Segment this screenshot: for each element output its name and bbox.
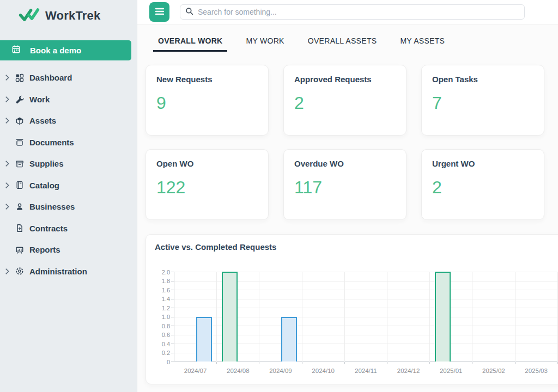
tab-my-work[interactable]: MY WORK xyxy=(241,33,289,52)
sidebar-item-catalog[interactable]: Catalog xyxy=(0,175,137,197)
sidebar-item-dashboard[interactable]: Dashboard xyxy=(0,67,137,89)
bar-active-2024/09 xyxy=(281,317,297,362)
stat-card-open-wo[interactable]: Open WO122 xyxy=(145,149,269,220)
chart-card: Active vs. Completed Requests 2.01.81.61… xyxy=(145,234,558,384)
chevron-right-icon xyxy=(5,161,15,167)
stat-card-title: Urgent WO xyxy=(432,159,533,168)
y-axis-label: 0.4 xyxy=(146,341,170,347)
stat-card-overdue-wo[interactable]: Overdue WO117 xyxy=(283,149,407,220)
bar-active-2024/07 xyxy=(196,317,212,362)
report-icon xyxy=(15,246,24,254)
x-axis-label: 2024/11 xyxy=(345,367,387,374)
y-axis-label: 0.2 xyxy=(146,350,170,356)
gear-icon xyxy=(15,267,24,275)
y-axis-label: 0 xyxy=(146,359,170,365)
sidebar-item-assets[interactable]: Assets xyxy=(0,110,137,132)
y-axis-label: 1.4 xyxy=(146,296,170,302)
chevron-right-icon xyxy=(5,268,15,274)
sidebar-item-label: Contracts xyxy=(29,224,68,233)
y-axis-tick xyxy=(171,362,174,362)
stat-card-value: 7 xyxy=(432,93,533,113)
x-axis-label: 2024/12 xyxy=(387,367,429,374)
tab-my-assets[interactable]: MY ASSETS xyxy=(395,33,450,52)
sidebar-item-label: Catalog xyxy=(29,181,59,190)
chevron-right-icon xyxy=(5,96,15,102)
chart-column-2024/11: 2024/11 xyxy=(345,272,387,362)
chart-column-2025/03: 2025/03 xyxy=(515,272,558,362)
app-window: WorkTrek Book a demo DashboardWorkAssets… xyxy=(0,0,558,392)
y-axis-label: 1.2 xyxy=(146,305,170,311)
y-axis-label: 1.8 xyxy=(146,278,170,284)
x-axis-label: 2024/07 xyxy=(174,367,216,374)
archive-icon xyxy=(15,160,24,168)
cube-icon xyxy=(15,117,24,125)
y-axis-label: 0.6 xyxy=(146,332,170,338)
stat-card-open-tasks[interactable]: Open Tasks7 xyxy=(421,65,544,136)
book-a-demo-button[interactable]: Book a demo xyxy=(0,40,131,60)
stat-card-value: 2 xyxy=(432,177,533,198)
worktrek-logo-text: WorkTrek xyxy=(45,9,100,23)
stat-card-title: Open WO xyxy=(156,159,258,168)
chart-column-2024/07: 2024/07 xyxy=(174,272,217,362)
chart-title: Active vs. Completed Requests xyxy=(155,242,276,252)
worktrek-logo-icon xyxy=(18,7,40,24)
stat-card-value: 2 xyxy=(294,93,396,113)
tray-icon xyxy=(15,138,24,146)
search-box xyxy=(180,4,525,20)
x-axis-label: 2025/02 xyxy=(472,367,514,374)
sidebar-nav: DashboardWorkAssetsDocumentsSuppliesCata… xyxy=(0,60,137,282)
topbar xyxy=(137,0,558,24)
search-icon xyxy=(185,7,193,17)
book-a-demo-label: Book a demo xyxy=(30,46,81,55)
sidebar-item-label: Assets xyxy=(29,116,56,125)
sidebar-item-label: Dashboard xyxy=(29,73,72,82)
sidebar-item-reports[interactable]: Reports xyxy=(0,239,137,261)
chart-column-2025/02: 2025/02 xyxy=(472,272,515,362)
catalog-icon xyxy=(15,181,24,189)
stat-card-value: 117 xyxy=(294,177,396,198)
tab-overall-work[interactable]: OVERALL WORK xyxy=(153,33,227,52)
stat-card-new-requests[interactable]: New Requests9 xyxy=(145,65,269,136)
chart-column-2025/01: 2025/01 xyxy=(430,272,472,362)
y-axis-label: 2.0 xyxy=(146,269,170,275)
stat-cards-row-1: New Requests9Approved Requests2Open Task… xyxy=(145,65,558,136)
stat-card-approved-requests[interactable]: Approved Requests2 xyxy=(283,65,407,136)
chart-column-2024/10: 2024/10 xyxy=(302,272,345,362)
sidebar-item-businesses[interactable]: Businesses xyxy=(0,196,137,218)
y-axis-label: 1.0 xyxy=(146,314,170,320)
y-axis-label: 1.6 xyxy=(146,287,170,293)
menu-toggle-button[interactable] xyxy=(149,2,169,22)
x-axis-label: 2025/03 xyxy=(515,367,557,374)
stat-cards-row-2: Open WO122Overdue WO117Urgent WO2 xyxy=(145,149,558,220)
calendar-icon xyxy=(11,45,21,56)
sidebar-item-contracts[interactable]: Contracts xyxy=(0,218,137,240)
sidebar-item-label: Reports xyxy=(29,245,60,254)
wrench-icon xyxy=(15,95,24,103)
tab-bar: OVERALL WORKMY WORKOVERALL ASSETSMY ASSE… xyxy=(145,33,558,52)
contract-icon xyxy=(15,224,24,232)
chevron-right-icon xyxy=(5,118,15,124)
person-icon xyxy=(15,203,24,211)
tab-overall-assets[interactable]: OVERALL ASSETS xyxy=(303,33,382,52)
worktrek-logo[interactable]: WorkTrek xyxy=(0,0,137,32)
search-input[interactable] xyxy=(198,8,519,16)
chevron-right-icon xyxy=(5,75,15,81)
sidebar-item-administration[interactable]: Administration xyxy=(0,261,137,283)
sidebar-item-documents[interactable]: Documents xyxy=(0,132,137,154)
chevron-right-icon xyxy=(5,182,15,188)
bar-completed-2025/01 xyxy=(435,272,451,362)
content: OVERALL WORKMY WORKOVERALL ASSETSMY ASSE… xyxy=(137,24,558,384)
y-axis-label: 0.8 xyxy=(146,323,170,329)
chart-column-2024/08: 2024/08 xyxy=(217,272,259,362)
stat-card-title: Open Tasks xyxy=(432,75,533,84)
x-axis-label: 2024/09 xyxy=(259,367,301,374)
sidebar-item-supplies[interactable]: Supplies xyxy=(0,153,137,175)
x-axis-label: 2024/10 xyxy=(302,367,344,374)
sidebar-item-work[interactable]: Work xyxy=(0,89,137,111)
stat-card-urgent-wo[interactable]: Urgent WO2 xyxy=(421,149,544,220)
sidebar-item-label: Administration xyxy=(29,267,87,276)
chart-plot-area: 2024/072024/082024/092024/102024/112024/… xyxy=(174,272,558,362)
stat-card-title: Overdue WO xyxy=(294,159,396,168)
x-axis-label: 2024/08 xyxy=(217,367,259,374)
x-axis-label: 2025/01 xyxy=(430,367,472,374)
